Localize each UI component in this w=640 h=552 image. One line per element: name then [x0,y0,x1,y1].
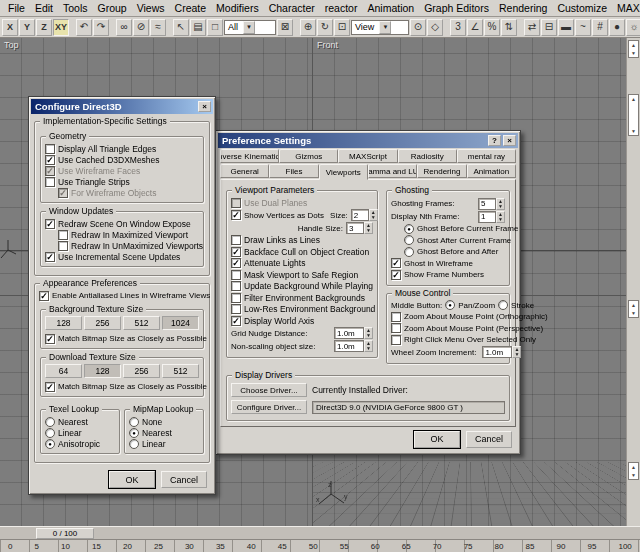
choose-driver-button[interactable]: Choose Driver... [231,383,307,397]
unlink-selection-icon[interactable]: ⊘ [133,19,149,36]
checkbox-use-wireframe-faces[interactable]: ✓ Use Wireframe Faces [45,165,199,176]
radio-ghost-before-current-frame[interactable]: ● Ghost Before Current Frame [391,223,505,235]
spinner-value[interactable]: 1.0m [334,327,364,339]
spinner-arrows-icon[interactable] [496,211,505,223]
spinner-arrows-icon[interactable] [369,209,378,221]
track-bar-ruler[interactable]: 0510152025303540455055606570758085909510… [0,540,640,552]
menu-item[interactable]: Rendering [494,1,552,15]
tab-mental-ray[interactable]: mental ray [457,149,516,163]
checkbox-ghost-in-wireframe[interactable]: ✓ Ghost in Wireframe [391,258,505,270]
layer-manager-icon[interactable]: ▬ [558,19,574,36]
menu-item[interactable]: reactor [320,1,363,15]
checkbox-zoom-about-mouse-orthographic[interactable]: Zoom About Mouse Point (Orthographic) [391,311,505,323]
checkbox-redraw-in-maximized-viewport[interactable]: Redraw In Maximized Viewport [45,229,199,240]
tab-general[interactable]: General [220,164,269,178]
menu-item[interactable]: File [3,1,30,15]
ok-button[interactable]: OK [109,471,155,488]
panel-spinner[interactable] [628,462,639,480]
schematic-view-icon[interactable]: # [592,19,608,36]
spinner-arrows-icon[interactable] [512,346,521,358]
spinner-arrows-icon[interactable] [364,222,373,234]
spinner-value[interactable]: 3 [346,222,364,234]
menu-item[interactable]: Customize [552,1,612,15]
help-icon[interactable]: ? [488,135,501,146]
checkbox-bg-match-bitmap-size[interactable]: ✓ Match Bitmap Size as Closely as Possib… [45,333,199,344]
radio-ghost-before-and-after[interactable]: Ghost Before and After [391,246,505,258]
checkbox-mask-viewport-safe-region[interactable]: Mask Viewport to Safe Region [231,269,373,281]
spinner-value[interactable]: 1.0m [482,346,512,358]
handle-size-spinner[interactable]: 3 [346,222,373,234]
viewport-top-label[interactable]: Top [4,40,19,50]
redo-icon[interactable]: ↷ [93,19,109,36]
percent-snap-icon[interactable]: % [484,19,500,36]
menu-item[interactable]: Views [132,1,170,15]
spinner-arrows-icon[interactable] [364,340,373,352]
tab-viewports[interactable]: Viewports [319,164,368,180]
menu-item[interactable]: Tools [58,1,93,15]
dropdown-arrow-icon[interactable] [243,21,255,34]
select-and-manipulate-icon[interactable]: ◇ [427,19,443,36]
bind-to-space-warp-icon[interactable]: ≈ [150,19,166,36]
checkbox-show-vertices-as-dots[interactable]: ✓ Show Vertices as Dots Size: 2 [231,209,373,222]
menu-item[interactable]: Group [93,1,132,15]
checkbox-use-dual-planes[interactable]: Use Dual Planes [231,197,373,209]
dl-texture-64-button[interactable]: 64 [45,364,82,378]
use-center-icon[interactable]: ⊙ [410,19,426,36]
tab-gamma-and-lut[interactable]: Gamma and LUT [368,164,417,178]
checkbox-display-world-axis[interactable]: ✓ Display World Axis [231,315,373,327]
rectangular-selection-region-icon[interactable]: □ [207,19,223,36]
radio-mipmap-none[interactable]: None [129,416,199,427]
material-editor-icon[interactable]: ● [609,19,625,36]
menu-item[interactable]: Character [264,1,320,15]
tab-animation[interactable]: Animation [467,164,516,178]
menu-item[interactable]: Animation [362,1,419,15]
time-slider-track[interactable]: 0 / 100 [0,526,640,540]
snap-toggle-icon[interactable]: 3 [450,19,466,36]
bg-texture-1024-button[interactable]: 1024 [162,316,199,330]
menu-item[interactable]: Create [170,1,212,15]
menu-item[interactable]: Edit [30,1,58,15]
checkbox-backface-cull[interactable]: ✓ Backface Cull on Object Creation [231,246,373,258]
checkbox-filter-environment-backgrounds[interactable]: Filter Environment Backgrounds [231,292,373,304]
menu-item[interactable]: Graph Editors [419,1,494,15]
checkbox-use-incremental-scene-updates[interactable]: ✓ Use Incremental Scene Updates [45,251,199,262]
select-and-rotate-icon[interactable]: ↻ [317,19,333,36]
axis-constraint-z-button[interactable]: Z [36,19,52,36]
curve-editor-icon[interactable]: ~ [575,19,591,36]
radio-pan-zoom[interactable]: ● [445,300,455,310]
axis-constraint-y-button[interactable]: Y [19,19,35,36]
bg-texture-512-button[interactable]: 512 [123,316,160,330]
close-icon[interactable]: × [503,135,516,146]
ghosting-frames-spinner[interactable]: 5 [478,198,505,210]
bg-texture-256-button[interactable]: 256 [84,316,121,330]
select-object-icon[interactable]: ↖ [173,19,189,36]
menu-item[interactable]: Modifiers [211,1,264,15]
cancel-button[interactable]: Cancel [161,471,207,488]
checkbox-use-triangle-strips[interactable]: Use Triangle Strips [45,176,199,187]
radio-ghost-after-current-frame[interactable]: Ghost After Current Frame [391,235,505,247]
spinner-value[interactable]: 5 [478,198,496,210]
spinner-arrows-icon[interactable] [496,198,505,210]
checkbox-use-cached-d3dxmeshes[interactable]: ✓ Use Cached D3DXMeshes [45,154,199,165]
radio-mipmap-nearest[interactable]: ● Nearest [129,427,199,438]
dl-texture-256-button[interactable]: 256 [123,364,160,378]
configure-driver-button[interactable]: Configure Driver... [231,400,307,414]
dialog-titlebar[interactable]: Configure Direct3D × [31,99,213,114]
wheel-zoom-spinner[interactable]: 1.0m [482,346,521,358]
checkbox-lowres-environment-background[interactable]: Low-Res Environment Background [231,304,373,316]
checkbox-update-background-while-playing[interactable]: Update Background While Playing [231,281,373,293]
menu-item[interactable]: MAXScript [612,1,640,15]
checkbox-right-click-menu-selected-only[interactable]: Right Click Menu Over Selected Only [391,334,505,346]
panel-spinner[interactable] [628,300,639,318]
vertex-size-spinner[interactable]: 2 [351,209,378,221]
grid-nudge-spinner[interactable]: 1.0m [334,327,373,339]
radio-texel-nearest[interactable]: Nearest [45,416,115,427]
non-scaling-spinner[interactable]: 1.0m [334,340,373,352]
selection-filter-dropdown[interactable]: All [224,20,276,35]
display-nth-frame-spinner[interactable]: 1 [478,211,505,223]
radio-texel-anisotropic[interactable]: ● Anisotropic [45,438,115,449]
radio-texel-linear[interactable]: Linear [45,427,115,438]
spinner-value[interactable]: 2 [351,209,369,221]
axis-constraint-xy-button[interactable]: XY [53,19,69,36]
radio-stroke[interactable] [498,300,508,310]
